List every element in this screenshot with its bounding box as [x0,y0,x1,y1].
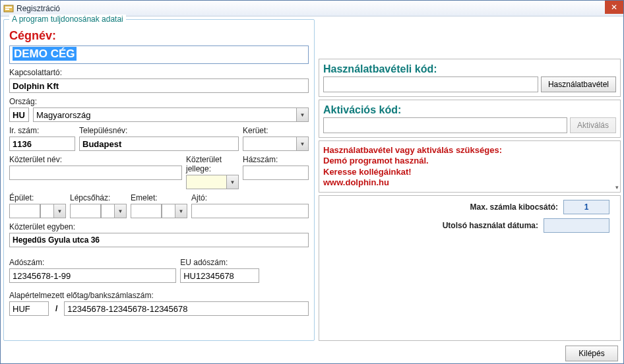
street-label: Közterület név: [9,155,182,164]
bank-input[interactable] [64,301,309,316]
footer: Kilépés [1,344,623,363]
contact-label: Kapcsolattartó: [9,68,309,77]
usage-button[interactable]: Használatbavétel [541,76,616,92]
eutax-input[interactable] [180,268,259,283]
country-label: Ország: [9,97,309,106]
company-input[interactable]: DEMO CÉG [9,46,309,64]
bank-label: Alapértelmezett előtag/bankszámlaszám: [9,291,309,300]
bank-prefix-input[interactable] [9,301,49,316]
door-input[interactable] [191,204,309,218]
chevron-down-icon: ▼ [114,204,126,218]
stair-combo[interactable]: ▼ [101,204,127,218]
chevron-down-icon: ▼ [296,108,308,121]
district-label: Kerüet: [243,126,309,135]
street-input[interactable] [9,166,182,180]
eutax-label: EU adószám: [180,258,309,267]
country-code-input[interactable] [9,107,29,122]
usage-code-input[interactable] [323,76,538,92]
chevron-down-icon: ▼ [175,204,187,218]
building-combo[interactable]: ▼ [40,204,66,218]
scroll-indicator-icon: ▾ [615,184,619,191]
tax-input[interactable] [9,268,176,283]
svg-rect-2 [5,9,9,10]
warn-line2: Demó programot használ. [323,156,616,166]
app-icon [3,3,14,14]
company-label: Cégnév: [9,29,309,43]
zip-input[interactable] [9,136,75,151]
building-label: Épület: [9,193,66,202]
activation-input[interactable] [323,117,567,133]
district-combo[interactable]: ▼ [243,136,309,151]
fieldset-legend: A program tuljdonosának adatai [9,15,126,24]
floor-input[interactable] [131,204,162,218]
last-use-label: Utolsó használat dátuma: [443,221,538,230]
company-value: DEMO CÉG [13,47,77,61]
svg-rect-1 [5,7,12,8]
chevron-down-icon: ▼ [226,175,238,189]
tax-label: Adószám: [9,258,176,267]
usage-code-box: Használatbavételi kód: Használatbavétel [319,59,621,97]
right-panel: Használatbavételi kód: Használatbavétel … [315,19,621,341]
activation-button: Aktiválás [570,117,616,133]
owner-data-fieldset: A program tuljdonosának adatai Cégnév: D… [3,19,315,341]
floor-combo[interactable]: ▼ [162,204,187,218]
city-label: Településnév: [79,126,239,135]
window-title: Regisztráció [16,4,60,13]
floor-label: Emelet: [131,193,187,202]
warn-line1: Használatbavétel vagy aktiválás szüksége… [323,145,616,156]
building-input[interactable] [9,204,40,218]
fulladdr-label: Közterület egyben: [9,222,309,231]
door-label: Ajtó: [191,193,309,202]
warning-box: Használatbavétel vagy aktiválás szüksége… [319,140,621,193]
street-type-combo[interactable]: ▼ [186,175,239,189]
contact-input[interactable] [9,78,309,93]
chevron-down-icon: ▼ [53,204,65,218]
street-type-label: Közterület jellege: [186,155,239,173]
country-name: Magyarország [34,110,296,120]
country-combo[interactable]: Magyarország ▼ [33,107,309,122]
exit-button[interactable]: Kilépés [565,346,618,361]
max-issuer-value: 1 [563,200,609,214]
zip-label: Ir. szám: [9,126,75,135]
max-issuer-label: Max. számla kibocsátó: [470,202,558,212]
warn-line4: www.dolphin.hu [323,177,616,188]
house-input[interactable] [243,166,309,180]
usage-code-label: Használatbavételi kód: [323,63,616,75]
stair-label: Lépcsőház: [70,193,127,202]
stair-input[interactable] [70,204,101,218]
info-box: Max. számla kibocsátó: 1 Utolsó használa… [319,195,621,341]
chevron-down-icon: ▼ [296,137,308,150]
slash-separator: / [55,304,57,313]
house-label: Házszám: [243,155,309,164]
close-icon: ✕ [611,3,617,12]
activation-box: Aktivációs kód: Aktiválás [319,100,621,138]
close-button[interactable]: ✕ [605,1,623,14]
warn-line3: Keresse kollégáinkat! [323,167,616,177]
fulladdr-display: Hegedűs Gyula utca 36 [9,233,309,247]
last-use-value [544,218,609,233]
activation-label: Aktivációs kód: [323,104,616,116]
city-input[interactable] [79,136,239,151]
